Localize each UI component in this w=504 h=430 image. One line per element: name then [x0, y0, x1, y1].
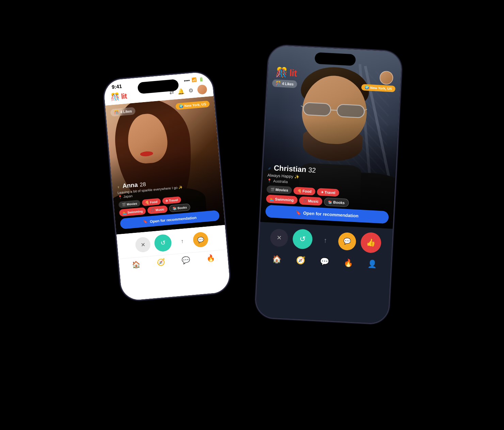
- rec-icon-2: 🔖: [296, 210, 301, 216]
- fire-emoji: 🎊: [110, 92, 120, 101]
- phone-2-christian: 🎊 lit: [255, 45, 402, 324]
- svg-line-4: [364, 109, 367, 110]
- movies-label-2: Movies: [275, 187, 288, 192]
- svg-line-3: [301, 106, 303, 107]
- anna-tag-food[interactable]: 🍕 Food: [142, 198, 161, 206]
- status-icons-1: ▪▪▪▪ 📶 🔋: [184, 76, 204, 83]
- superlike-button-2[interactable]: ↑: [317, 232, 334, 249]
- christian-glasses: [300, 99, 367, 121]
- travel-label-2: Travel: [325, 190, 335, 195]
- profile-card-anna: 🎊 4 Likes 🌍 New York, US ♀: [105, 96, 231, 301]
- likes-fire-2: 🎊: [275, 81, 281, 86]
- christian-tag-swimming[interactable]: 🏊 Swimming: [266, 194, 298, 204]
- anna-location-detail: Japan: [123, 194, 133, 198]
- phone-1-anna: 9:41 ▪▪▪▪ 📶 🔋 🎊 lit ⇄ 🔔: [103, 71, 231, 301]
- food-label-2: Food: [302, 189, 312, 193]
- nav-explore-2[interactable]: 🧭: [296, 256, 305, 265]
- anna-tag-movies[interactable]: 🎬 Movies: [118, 200, 140, 208]
- nav-explore-1[interactable]: 🧭: [156, 258, 166, 267]
- anna-tag-swimming[interactable]: 🏊 Swimming: [119, 207, 146, 217]
- status-time-1: 9:41: [111, 83, 122, 90]
- christian-age: 32: [308, 166, 316, 174]
- app-logo-2: 🎊 lit: [275, 66, 297, 78]
- logo-text-2: lit: [289, 67, 297, 78]
- christian-tag-food[interactable]: 🍕 Food: [294, 187, 316, 195]
- map-pin-icon: 📍: [118, 195, 122, 199]
- svg-rect-0: [303, 102, 331, 116]
- music-emoji: 🎵: [151, 208, 155, 212]
- books-emoji-2: 📚: [328, 200, 332, 204]
- wifi-icon: 📶: [191, 77, 197, 82]
- user-avatar-1[interactable]: [197, 84, 207, 94]
- swimming-emoji: 🏊: [122, 210, 127, 214]
- music-label: Music: [156, 207, 164, 211]
- message-button-2[interactable]: 💬: [338, 232, 357, 251]
- christian-gender-icon: ♂: [268, 166, 271, 171]
- like-button-2[interactable]: 👍: [360, 232, 382, 253]
- bell-icon[interactable]: 🔔: [177, 87, 185, 95]
- battery-icon: 🔋: [199, 76, 204, 81]
- food-emoji: 🍕: [145, 200, 149, 204]
- refresh-button-1[interactable]: ↺: [154, 234, 172, 252]
- app-logo-1: 🎊 lit: [110, 92, 127, 102]
- settings-icon[interactable]: ⚙: [188, 87, 194, 94]
- nav-fire-1[interactable]: 🔥: [206, 253, 215, 262]
- christian-location-detail: Australia: [273, 178, 288, 183]
- christian-likes-badge[interactable]: 🎊 4 Likes: [272, 79, 297, 88]
- books-emoji: 📚: [172, 206, 177, 210]
- christian-tag-books[interactable]: 📚 Books: [324, 197, 349, 207]
- anna-gender-icon: ♀: [117, 185, 120, 189]
- anna-tag-music[interactable]: 🎵 Music: [147, 205, 168, 214]
- location-flag: 🌍: [179, 104, 183, 108]
- christian-tag-music[interactable]: 🎵 Music: [299, 196, 322, 206]
- dislike-button-2[interactable]: ✕: [270, 228, 288, 247]
- nav-profile-2[interactable]: 👤: [367, 259, 377, 269]
- books-label-2: Books: [333, 200, 345, 205]
- christian-tag-movies[interactable]: 🎬 Movies: [266, 185, 292, 194]
- christian-location-text: New York, US: [370, 85, 392, 90]
- logo-text: lit: [121, 92, 127, 100]
- map-pin-icon-2: 📍: [267, 178, 272, 183]
- music-emoji-2: 🎵: [303, 198, 307, 203]
- christian-likes-count: 4 Likes: [282, 81, 294, 86]
- music-label-2: Music: [308, 198, 319, 203]
- dislike-button-1[interactable]: ✕: [135, 236, 151, 253]
- books-label: Books: [177, 205, 187, 209]
- svg-line-2: [331, 110, 337, 110]
- food-label: Food: [150, 200, 158, 204]
- signal-icon: ▪▪▪▪: [184, 78, 190, 83]
- christian-tag-travel[interactable]: ✈ Travel: [317, 188, 339, 196]
- likes-fire-icon: 🎊: [114, 110, 119, 115]
- swimming-emoji-2: 🏊: [270, 197, 274, 201]
- anna-age: 28: [140, 181, 146, 188]
- anna-location-text: New York, US: [184, 102, 206, 108]
- movies-emoji-2: 🎬: [270, 187, 275, 191]
- nav-messages-2[interactable]: 💬: [320, 257, 329, 266]
- phones-container: 9:41 ▪▪▪▪ 📶 🔋 🎊 lit ⇄ 🔔: [99, 28, 405, 402]
- anna-tag-books[interactable]: 📚 Books: [169, 203, 190, 212]
- nav-messages-1[interactable]: 💬: [181, 255, 190, 264]
- travel-emoji-2: ✈: [321, 190, 324, 194]
- anna-text-area: ♀ Anna 28 Leaving a bit of sparkle every…: [111, 169, 225, 234]
- anna-photo: 🎊 4 Likes 🌍 New York, US ♀: [105, 96, 225, 234]
- anna-tag-travel[interactable]: ✈ Travel: [162, 196, 181, 204]
- nav-home-1[interactable]: 🏠: [132, 260, 141, 269]
- message-button-1[interactable]: 💬: [192, 232, 209, 248]
- travel-label: Travel: [169, 198, 178, 202]
- phone2-app-header: 🎊 lit: [268, 45, 402, 85]
- refresh-button-2[interactable]: ↺: [292, 228, 313, 249]
- rec-icon: 🔖: [143, 219, 148, 224]
- location-flag-2: 🌍: [365, 85, 369, 90]
- christian-text-area: ♂ Christian 32 Always Happy ✨ 📍 Australi…: [260, 158, 396, 228]
- christian-name: Christian: [273, 163, 306, 174]
- logo-fire-2: 🎊: [275, 66, 287, 78]
- anna-rec-label: Open for recommendation: [150, 215, 197, 223]
- anna-name: Anna: [122, 181, 138, 190]
- christian-rec-label: Open for recommendation: [303, 210, 359, 218]
- user-avatar-2[interactable]: [379, 70, 394, 85]
- anna-likes-count: 4 Likes: [120, 109, 132, 114]
- superlike-button-1[interactable]: ↑: [175, 234, 190, 249]
- nav-fire-2[interactable]: 🔥: [344, 258, 353, 267]
- nav-home-2[interactable]: 🏠: [272, 254, 282, 264]
- movies-label: Movies: [127, 202, 137, 206]
